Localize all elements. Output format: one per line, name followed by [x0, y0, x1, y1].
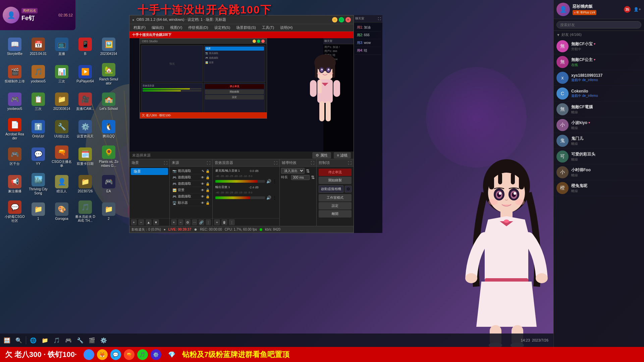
obs-scene-expand-icon[interactable]: ⛶	[164, 161, 167, 165]
obs-source-link-button[interactable]: 🔗	[199, 219, 204, 225]
obs-mixer-remove-button[interactable]: 🗑	[221, 219, 227, 225]
obs-transition-type-select[interactable]: 淡入淡出	[281, 168, 305, 174]
taskbar-browser-icon[interactable]: 🌐	[28, 335, 39, 346]
obs-source-expand-icon[interactable]: ⛶	[207, 161, 210, 165]
desktop-icon-21[interactable]: 💬 YY	[27, 143, 50, 170]
desktop-icon-8[interactable]: ▶️ PuPlayer64	[74, 61, 97, 87]
desktop-icon-15[interactable]: 📄 Acrobat Reader	[3, 116, 26, 142]
obs-source-more-button[interactable]: ⋯	[192, 219, 198, 225]
bottom-app-icon-1[interactable]: 💬	[110, 349, 121, 360]
obs-menu-tools[interactable]: 工具(T)	[259, 24, 277, 31]
desktop-icon-29[interactable]: 🎮 EA	[97, 171, 120, 197]
desktop-icon-24[interactable]: 🌻 Plants vs. Zombies G...	[97, 143, 120, 170]
taskbar-start-button[interactable]: 🪟	[2, 335, 12, 346]
friend-item-1[interactable]: 無 無敵CF公主 ♥ 在线	[554, 54, 644, 70]
obs-menu-view[interactable]: 视图(V)	[167, 24, 185, 31]
desktop-icon-9[interactable]: 🏡 Ranch Simulator	[97, 61, 120, 87]
obs-scene-remove-button[interactable]: −	[138, 219, 144, 225]
bottom-app-icon-2[interactable]: 🔫	[124, 349, 135, 360]
desktop-icon-4[interactable]: 🖼️ 202304154	[97, 34, 120, 60]
taskbar-spotify-icon[interactable]: 🎵	[51, 335, 62, 346]
bottom-app-icon-4[interactable]: ⚙️	[151, 349, 161, 360]
obs-maximize-button[interactable]: □	[339, 17, 344, 22]
obs-menu-dock[interactable]: 停驻视面(D)	[185, 24, 211, 31]
friend-item-7[interactable]: 可 可爱的彩豆头 離線	[554, 149, 644, 165]
bottom-browser-icon[interactable]: 🌐	[84, 349, 94, 360]
friend-item-0[interactable]: 無 無敵CF小宝 ♥ 旁觀中	[554, 39, 644, 54]
obs-source-add-button[interactable]: +	[171, 219, 177, 225]
obs-source-panel-footer[interactable]: + − ⚙ ⋯ 🔗 ⋮	[170, 218, 212, 226]
desktop-icon-32[interactable]: 🎨 Gorogoa	[50, 198, 73, 225]
obs-mixer-add-button[interactable]: +	[214, 219, 220, 225]
friend-item-9[interactable]: 橙 橙兔鬼呢 離線	[554, 180, 644, 196]
obs-close-button[interactable]: ✕	[345, 17, 351, 22]
obs-source-settings-button[interactable]: ⚙	[185, 219, 191, 225]
taskbar-tools-icon[interactable]: 🔧	[75, 335, 86, 346]
obs-source-bg-eye-icon[interactable]: 👁	[201, 188, 204, 192]
taskbar-explorer-icon[interactable]: 📁	[40, 335, 50, 346]
friend-item-3[interactable]: C Cokenilo 遊戲中 de_infemo	[554, 86, 644, 102]
friends-section-chevron-icon[interactable]: ▼	[556, 33, 560, 37]
bottom-animal-icon[interactable]: 🦊	[97, 349, 108, 360]
obs-mixer-more-button[interactable]: ⋮	[229, 219, 235, 225]
taskbar-search-button[interactable]: 🔍	[13, 335, 24, 346]
obs-source-display-eye-icon[interactable]: 👁	[201, 201, 204, 205]
desktop-icon-2[interactable]: 📺 直播	[50, 34, 73, 60]
obs-transition-arrow-icon[interactable]: ⇅	[306, 168, 310, 174]
taskbar-obs-icon[interactable]: 🎬	[87, 335, 97, 346]
desktop-icon-13[interactable]: 🎥 直播/CAM...	[74, 88, 97, 115]
desktop-icon-23[interactable]: 🗓️ 双重卡日期	[74, 143, 97, 170]
friend-item-4[interactable]: 無 無敵CF電腦 離線	[554, 102, 644, 117]
obs-source-game1-eye-icon[interactable]: 👁	[201, 176, 204, 179]
obs-scene-panel-footer[interactable]: + − ▲ ▼	[129, 218, 169, 226]
obs-mixer-ch2-more-icon[interactable]: ⋮	[273, 195, 277, 200]
obs-start-record-button[interactable]: 開始錄製	[319, 177, 352, 184]
obs-menu-help[interactable]: 说明(H)	[277, 24, 295, 31]
desktop-icon-19[interactable]: 🐧 腾讯QQ	[97, 116, 120, 142]
obs-filter-button[interactable]: ≡ 滤镜	[334, 152, 351, 159]
desktop-icon-6[interactable]: 🎵 yoobeoo5	[27, 61, 50, 87]
desktop-icon-14[interactable]: 🏫 Let's School	[97, 88, 120, 115]
desktop-icon-11[interactable]: 📋 三次	[27, 88, 50, 115]
taskbar-steam-icon[interactable]: 🎮	[63, 335, 74, 346]
chat-panel-expand-icon[interactable]: ⛶	[378, 17, 381, 20]
obs-menu-edit[interactable]: 编辑(E)	[149, 24, 167, 31]
obs-transition-duration-input[interactable]	[291, 175, 310, 180]
desktop-icon-20[interactable]: 🎮 区千台	[3, 143, 26, 170]
obs-transition-duration-arrow-icon[interactable]: ⇅	[311, 175, 315, 180]
obs-source-item-game2[interactable]: 🎮 遊戲撷取 👁 🔒	[171, 181, 211, 187]
taskbar-settings-icon[interactable]: ⚙️	[98, 335, 109, 346]
obs-scene-item-main[interactable]: 场景	[131, 168, 168, 175]
obs-scene-down-button[interactable]: ▼	[153, 219, 159, 225]
obs-mixer-ch2-mute-icon[interactable]: 🔊	[266, 195, 271, 200]
obs-window-controls[interactable]: ─ □ ✕	[332, 17, 351, 22]
desktop-icon-26[interactable]: 🏙️ Thriving City Song	[27, 171, 50, 197]
desktop-icon-22[interactable]: 🔫 CSGO主播名单	[50, 143, 73, 170]
obs-source-item-display[interactable]: 🖥️ 顯示器 👁 🔒	[171, 200, 211, 206]
friends-notification-badge[interactable]: 35	[624, 6, 631, 13]
desktop-icon-33[interactable]: 🎵 番水员崧夫 DAVE TH...	[74, 198, 97, 225]
friend-item-8[interactable]: 小 小时得Foo 離線	[554, 165, 644, 180]
obs-menu-scene-group[interactable]: 场景群组(S)	[233, 24, 259, 31]
obs-source-extra-button[interactable]: ⋮	[206, 219, 211, 225]
obs-controls-expand-icon[interactable]: ⛶	[348, 161, 352, 165]
obs-source-game3-eye-icon[interactable]: 👁	[201, 195, 204, 198]
desktop-icon-18[interactable]: ⚙️ 设置资讯天	[74, 116, 97, 142]
desktop-icon-31[interactable]: 📁 1	[27, 198, 50, 225]
desktop-icon-7[interactable]: 📊 三次	[50, 61, 73, 87]
desktop-icon-16[interactable]: ⬆️ OnlyUp!	[27, 116, 50, 142]
obs-source-item-camera[interactable]: 📷 视讯撷取 ✎ 🔒	[171, 168, 211, 174]
obs-menu-profile[interactable]: 设定档(S)	[212, 24, 233, 31]
desktop-icon-30[interactable]: 💬 小奶莓CSGO社区	[3, 198, 26, 225]
friend-item-6[interactable]: 鬼 鬼门儿 離線	[554, 133, 644, 149]
obs-studio-mode-button[interactable]: 工作室模式	[319, 194, 352, 201]
obs-settings-button[interactable]: 設定	[319, 202, 352, 209]
obs-source-game2-eye-icon[interactable]: 👁	[201, 182, 204, 186]
obs-virtual-cam-button[interactable]: 啟動虛擬相機	[319, 185, 343, 193]
desktop-icon-1[interactable]: 📅 2023.04.01	[27, 34, 50, 60]
obs-source-item-game3[interactable]: 🎮 遊戲撷取 👁 🔒	[171, 193, 211, 200]
obs-menu-file[interactable]: 档案(F)	[131, 24, 148, 31]
obs-mixer-expand-icon[interactable]: ⛶	[274, 161, 277, 165]
obs-scene-up-button[interactable]: ▲	[146, 219, 152, 225]
obs-source-item-game1[interactable]: 🎮 遊戲撷取 👁 🔒	[171, 174, 211, 181]
